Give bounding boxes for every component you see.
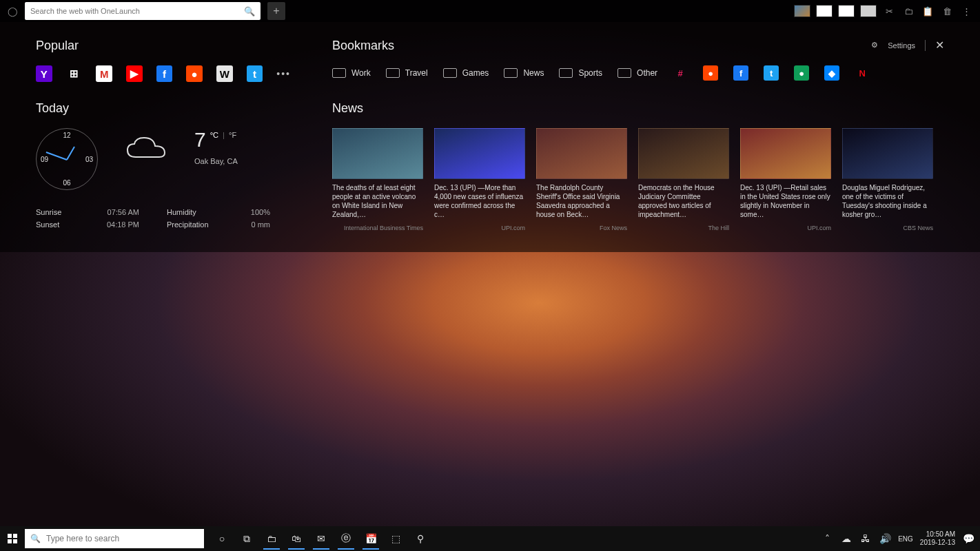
app-gmail-icon[interactable]: M [96, 65, 112, 82]
language-indicator[interactable]: ENG [898, 535, 913, 543]
settings-link[interactable]: Settings [888, 41, 915, 50]
bookmark-folder-games[interactable]: Games [443, 68, 489, 78]
folder-icon [332, 68, 346, 78]
temperature-block: 7 °C | °F Oak Bay, CA [194, 128, 238, 165]
news-thumbnail [740, 128, 831, 179]
news-card[interactable]: The Randolph County Sheriff's Office sai… [536, 128, 627, 231]
minute-hand [46, 152, 68, 160]
more-apps-icon[interactable]: ••• [276, 68, 291, 79]
unit-celsius[interactable]: °C [210, 131, 218, 139]
onedrive-icon[interactable]: ☁ [840, 528, 853, 550]
web-search-input[interactable] [30, 7, 244, 15]
photos-icon[interactable]: ⬚ [385, 528, 407, 550]
store-icon[interactable]: 🛍 [285, 528, 307, 550]
news-section: News The deaths of at least eight people… [332, 101, 944, 231]
bookmark-slack-icon[interactable]: # [673, 65, 688, 81]
folder-label: Work [351, 68, 371, 78]
folder-icon [504, 68, 518, 78]
app-facebook-icon[interactable]: f [156, 65, 173, 82]
clock-12: 12 [63, 132, 70, 139]
news-thumbnail [536, 128, 627, 179]
bookmark-facebook-icon[interactable]: f [733, 65, 748, 81]
news-thumbnail [638, 128, 729, 179]
app-youtube-icon[interactable]: ▶ [126, 65, 143, 82]
bookmark-reddit-icon[interactable]: ● [703, 65, 718, 81]
news-card[interactable]: Democrats on the House Judiciary Committ… [638, 128, 729, 231]
network-icon[interactable]: 🖧 [859, 528, 872, 550]
bookmark-twitter-icon[interactable]: t [764, 65, 779, 81]
taskbar-pinned-apps: ○ ⧉ 🗀 🛍 ✉ ⓔ 📅 ⬚ ⚲ [211, 528, 431, 550]
windows-search-input[interactable] [46, 534, 198, 543]
folder-icon [386, 68, 400, 78]
app-wikipedia-icon[interactable]: W [216, 65, 233, 82]
volume-icon[interactable]: 🔊 [879, 528, 891, 550]
folder-label: News [523, 68, 544, 78]
start-button[interactable] [0, 526, 25, 551]
clock-09: 09 [41, 156, 48, 163]
windows-taskbar: 🔍 ○ ⧉ 🗀 🛍 ✉ ⓔ 📅 ⬚ ⚲ ˄ ☁ 🖧 🔊 ENG 10:50 AM… [0, 526, 980, 551]
app-twitter-icon[interactable]: t [247, 65, 263, 82]
bookmark-hangouts-icon[interactable]: ● [794, 65, 809, 81]
precip-value: 0 mm [252, 220, 271, 229]
bookmark-messenger-icon[interactable]: ◆ [824, 65, 839, 81]
folder-icon [443, 68, 457, 78]
app-reddit-icon[interactable]: ● [186, 65, 203, 82]
news-source: CBS News [842, 225, 933, 231]
sunset-value: 04:18 PM [107, 220, 139, 229]
topbar-tray: ✂ 🗀 📋 🗑 ⋮ [794, 4, 977, 18]
folder-label: Games [462, 68, 489, 78]
file-explorer-icon[interactable]: 🗀 [261, 528, 283, 550]
thumbnail-3[interactable] [838, 5, 855, 17]
temperature-value: 7 [194, 128, 206, 152]
action-center-icon[interactable]: 💬 [962, 528, 974, 550]
bookmark-netflix-icon[interactable]: N [855, 65, 870, 81]
close-icon[interactable]: ✕ [935, 39, 944, 52]
web-search-box[interactable]: 🔍 [25, 2, 261, 20]
folder-icon[interactable]: 🗀 [901, 4, 915, 18]
gear-icon[interactable]: ⚙ [871, 41, 878, 50]
folder-icon [617, 68, 631, 78]
bookmark-folder-sports[interactable]: Sports [559, 68, 602, 78]
news-card[interactable]: Dec. 13 (UPI) —Retail sales in the Unite… [740, 128, 831, 231]
task-view-icon[interactable]: ⧉ [236, 528, 258, 550]
more-menu-icon[interactable]: ⋮ [959, 4, 973, 18]
windows-search-box[interactable]: 🔍 [25, 529, 204, 548]
search-icon[interactable]: 🔍 [244, 6, 255, 17]
snip-tool-icon[interactable]: ✂ [882, 4, 896, 18]
maps-icon[interactable]: ⚲ [409, 528, 431, 550]
clock-06: 06 [63, 179, 70, 187]
thumbnail-1[interactable] [794, 5, 810, 17]
bookmark-folder-other[interactable]: Other [617, 68, 657, 78]
app-microsoft-icon[interactable]: ⊞ [66, 65, 83, 82]
clipboard-icon[interactable]: 📋 [921, 4, 935, 18]
system-tray: ˄ ☁ 🖧 🔊 ENG 10:50 AM 2019-12-13 💬 [821, 528, 980, 550]
chevron-up-icon[interactable]: ˄ [821, 528, 833, 550]
cortana-icon[interactable]: ○ [211, 528, 233, 550]
news-source: UPI.com [434, 225, 525, 231]
news-source: UPI.com [740, 225, 831, 231]
mail-icon[interactable]: ✉ [310, 528, 332, 550]
today-heading: Today [36, 101, 291, 116]
clock-tray[interactable]: 10:50 AM 2019-12-13 [920, 530, 955, 547]
search-icon: 🔍 [30, 534, 41, 543]
thumbnail-4[interactable] [860, 5, 877, 17]
bookmark-folder-news[interactable]: News [504, 68, 544, 78]
app-yahoo-icon[interactable]: Y [36, 65, 52, 82]
clock-03: 03 [85, 156, 93, 163]
news-headline: Dec. 13 (UPI) —More than 4,000 new cases… [434, 183, 525, 220]
bookmark-folder-work[interactable]: Work [332, 68, 371, 78]
folder-icon [559, 68, 573, 78]
popular-heading: Popular [36, 39, 291, 53]
thumbnail-2[interactable] [816, 5, 833, 17]
news-card[interactable]: Dec. 13 (UPI) —More than 4,000 new cases… [434, 128, 525, 231]
bookmark-folder-travel[interactable]: Travel [386, 68, 428, 78]
news-card[interactable]: The deaths of at least eight people at a… [332, 128, 423, 231]
edge-icon[interactable]: ⓔ [335, 528, 357, 550]
unit-fahrenheit[interactable]: °F [229, 131, 236, 139]
news-card[interactable]: Douglas Miguel Rodriguez, one of the vic… [842, 128, 933, 231]
new-tab-button[interactable]: + [267, 2, 285, 20]
onelaunch-logo-icon[interactable]: ◯ [3, 1, 22, 21]
trash-icon[interactable]: 🗑 [940, 4, 954, 18]
calendar-icon[interactable]: 📅 [360, 528, 382, 550]
folder-label: Sports [578, 68, 602, 78]
